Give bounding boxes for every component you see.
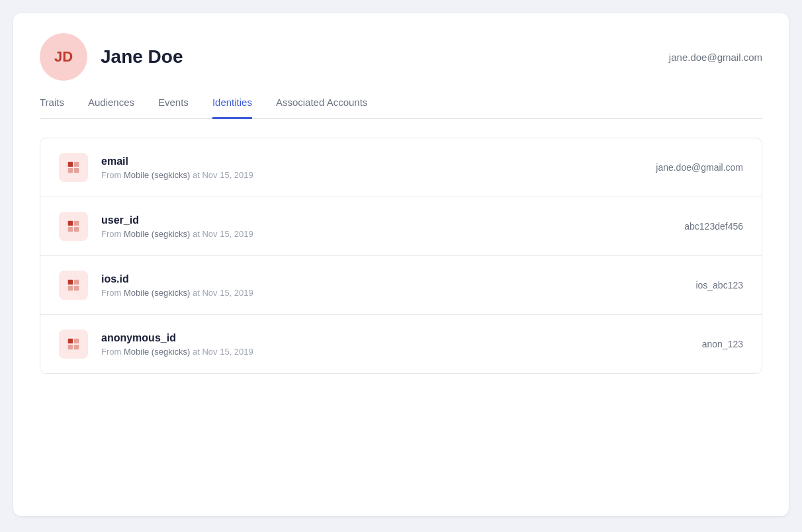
- identity-source: From Mobile (segkicks) at Nov 15, 2019: [101, 288, 253, 298]
- header: JD Jane Doe jane.doe@gmail.com: [40, 33, 762, 81]
- identity-icon: [59, 271, 88, 300]
- svg-rect-8: [68, 280, 73, 285]
- identity-label: user_id: [101, 214, 253, 226]
- segment-icon: [66, 219, 81, 234]
- segment-icon: [66, 337, 81, 351]
- tab-associated-accounts[interactable]: Associated Accounts: [276, 97, 367, 119]
- segment-icon: [66, 278, 81, 292]
- svg-rect-9: [74, 280, 79, 285]
- identity-source: From Mobile (segkicks) at Nov 15, 2019: [101, 347, 253, 357]
- identity-info: user_id From Mobile (segkicks) at Nov 15…: [101, 214, 253, 239]
- identity-row-anonymous-id[interactable]: anonymous_id From Mobile (segkicks) at N…: [40, 315, 762, 373]
- identity-label: ios.id: [101, 273, 253, 285]
- identity-date: at Nov 15, 2019: [193, 347, 253, 357]
- svg-rect-2: [68, 168, 73, 173]
- svg-rect-7: [74, 227, 79, 232]
- tab-audiences[interactable]: Audiences: [88, 97, 134, 119]
- identity-row-user-id[interactable]: user_id From Mobile (segkicks) at Nov 15…: [40, 197, 762, 256]
- identity-value: ios_abc123: [695, 280, 743, 290]
- tab-events[interactable]: Events: [158, 97, 189, 119]
- identity-icon: [59, 212, 88, 241]
- identity-left: ios.id From Mobile (segkicks) at Nov 15,…: [59, 271, 253, 300]
- tab-identities[interactable]: Identities: [212, 97, 252, 119]
- avatar-initials: JD: [54, 48, 73, 66]
- svg-rect-5: [74, 221, 79, 226]
- identity-icon: [59, 153, 88, 182]
- avatar: JD: [40, 33, 87, 81]
- identity-source: From Mobile (segkicks) at Nov 15, 2019: [101, 170, 253, 180]
- identity-date: at Nov 15, 2019: [193, 288, 253, 298]
- svg-rect-4: [68, 221, 73, 226]
- svg-rect-14: [68, 345, 73, 349]
- svg-rect-1: [74, 162, 79, 167]
- svg-rect-0: [68, 162, 73, 167]
- tab-traits[interactable]: Traits: [40, 97, 64, 119]
- identity-date: at Nov 15, 2019: [193, 229, 253, 239]
- identity-info: email From Mobile (segkicks) at Nov 15, …: [101, 155, 253, 180]
- segment-icon: [66, 160, 81, 175]
- identity-label: anonymous_id: [101, 332, 253, 344]
- identity-left: anonymous_id From Mobile (segkicks) at N…: [59, 330, 253, 359]
- user-name: Jane Doe: [101, 46, 183, 67]
- identity-date: at Nov 15, 2019: [193, 170, 253, 180]
- tabs-bar: Traits Audiences Events Identities Assoc…: [40, 97, 762, 119]
- identity-value: abc123def456: [684, 221, 743, 232]
- identity-list: email From Mobile (segkicks) at Nov 15, …: [40, 138, 762, 374]
- svg-rect-11: [74, 286, 79, 290]
- identity-value: jane.doe@gmail.com: [656, 162, 743, 173]
- user-email: jane.doe@gmail.com: [669, 52, 762, 63]
- identity-left: email From Mobile (segkicks) at Nov 15, …: [59, 153, 253, 182]
- identity-source-name: Mobile (segkicks): [124, 229, 190, 239]
- identity-source: From Mobile (segkicks) at Nov 15, 2019: [101, 229, 253, 239]
- identity-label: email: [101, 155, 253, 167]
- svg-rect-13: [74, 339, 79, 343]
- identity-left: user_id From Mobile (segkicks) at Nov 15…: [59, 212, 253, 241]
- identity-source-name: Mobile (segkicks): [124, 288, 190, 298]
- identity-source-name: Mobile (segkicks): [124, 347, 190, 357]
- identity-value: anon_123: [702, 339, 743, 349]
- identity-source-name: Mobile (segkicks): [124, 170, 190, 180]
- page-container: JD Jane Doe jane.doe@gmail.com Traits Au…: [13, 13, 789, 516]
- identity-info: ios.id From Mobile (segkicks) at Nov 15,…: [101, 273, 253, 298]
- identity-row-ios-id[interactable]: ios.id From Mobile (segkicks) at Nov 15,…: [40, 256, 762, 315]
- svg-rect-6: [68, 227, 73, 232]
- svg-rect-10: [68, 286, 73, 290]
- identity-row-email[interactable]: email From Mobile (segkicks) at Nov 15, …: [40, 138, 762, 197]
- header-left: JD Jane Doe: [40, 33, 183, 81]
- svg-rect-3: [74, 168, 79, 173]
- identity-icon: [59, 330, 88, 359]
- svg-rect-15: [74, 345, 79, 349]
- identity-info: anonymous_id From Mobile (segkicks) at N…: [101, 332, 253, 357]
- svg-rect-12: [68, 339, 73, 343]
